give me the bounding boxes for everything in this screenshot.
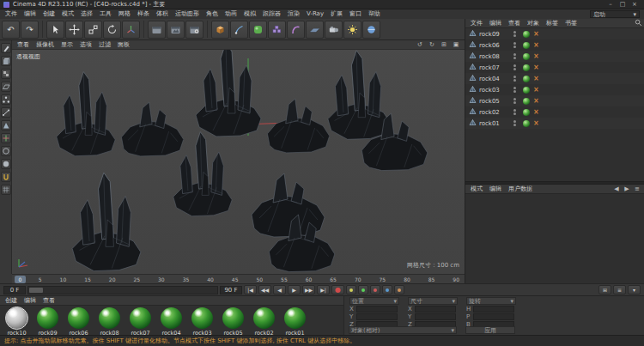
visibility-dots[interactable] [513,64,516,70]
x-tag-icon[interactable]: × [533,53,539,60]
apply-button[interactable]: 应用 [465,326,515,334]
x-tag-icon[interactable]: × [533,76,539,82]
keyframe-selection-icon[interactable]: ≡ [613,285,626,294]
view-maximize-icon[interactable]: ▣ [451,41,461,48]
object-row[interactable]: rock01 × [465,118,644,129]
menu-extensions[interactable]: 扩展 [327,9,346,19]
x-tag-icon[interactable]: × [533,31,539,38]
prev-frame-icon[interactable]: ◀ [273,285,286,294]
material-item[interactable]: rock03 [189,307,216,337]
texture-tag-icon[interactable] [523,31,530,38]
visibility-dots[interactable] [513,120,516,126]
position-x-field[interactable] [356,306,398,313]
om-menu-bookmarks[interactable]: 书签 [562,19,580,28]
material-item[interactable]: rock09 [34,307,61,337]
rotation-p-field[interactable] [473,313,514,320]
om-menu-view[interactable]: 查看 [505,19,524,28]
menu-mode[interactable]: 模式 [58,9,77,19]
visibility-dots[interactable] [513,87,516,93]
solo-single-icon[interactable] [1,159,11,169]
material-sphere[interactable] [161,307,182,329]
close-button[interactable]: × [629,0,641,9]
workplane-mode-icon[interactable] [1,185,11,195]
add-cube-icon[interactable] [211,21,229,39]
viewport-menu-cameras[interactable]: 摄像机 [33,40,58,50]
am-menu-mode[interactable]: 模式 [467,185,486,194]
viewport-menu-options[interactable]: 选项 [76,40,95,50]
viewport-menu-panel[interactable]: 面板 [114,40,133,50]
menu-window[interactable]: 窗口 [346,9,365,19]
next-key-icon[interactable]: ▶▶ [302,285,315,294]
visibility-dots[interactable] [513,42,516,48]
enable-axis-icon[interactable] [1,133,11,143]
playhead[interactable]: 0 [15,276,26,283]
object-row[interactable]: rock07 × [465,62,644,73]
rotation-h-field[interactable] [473,306,514,313]
render-view-icon[interactable] [148,21,166,39]
material-sphere[interactable] [99,307,120,329]
power-slider-handle[interactable] [29,288,43,293]
search-icon[interactable] [635,19,642,28]
goto-start-icon[interactable]: |◀ [244,285,257,294]
material-sphere[interactable] [191,307,213,329]
om-menu-edit[interactable]: 编辑 [486,19,505,28]
menu-simulate[interactable]: 模拟 [240,9,259,19]
scale-tool-icon[interactable] [84,21,102,39]
x-tag-icon[interactable]: × [533,109,539,116]
menu-render[interactable]: 渲染 [284,9,303,19]
texture-tag-icon[interactable] [523,109,530,116]
object-row[interactable]: rock02 × [465,106,644,118]
viewport-label[interactable]: 透视视图 [16,52,40,61]
om-menu-file[interactable]: 文件 [467,19,486,28]
menu-vray[interactable]: V-Ray [303,9,327,19]
layout-dropdown[interactable]: 启动 ▾ [590,10,640,18]
coordinate-system-icon[interactable] [122,21,140,39]
mm-menu-edit[interactable]: 编辑 [21,296,39,306]
workplane-icon[interactable] [1,82,11,92]
menu-help[interactable]: 帮助 [365,9,384,19]
keying-pla-icon[interactable] [394,285,404,294]
redo-icon[interactable]: ↷ [21,21,39,39]
deformer-bend-icon[interactable] [287,21,305,39]
light-icon[interactable] [343,21,361,39]
viewport-canvas[interactable] [12,50,465,274]
material-sphere[interactable] [253,307,275,329]
coordinate-mode-dropdown[interactable]: 对象(相对)▾ [349,326,457,334]
visibility-dots[interactable] [513,53,516,59]
x-tag-icon[interactable]: × [533,64,539,71]
array-generator-icon[interactable] [268,21,286,39]
material-sphere[interactable] [6,307,27,329]
menu-volume[interactable]: 体积 [153,9,172,19]
solo-off-icon[interactable] [1,146,11,156]
spline-pen-icon[interactable] [230,21,248,39]
am-menu-userdata[interactable]: 用户数据 [505,185,536,194]
am-menu-edit[interactable]: 编辑 [486,185,505,194]
material-item[interactable]: rock06 [65,307,92,337]
object-row[interactable]: rock08 × [465,51,644,62]
x-tag-icon[interactable]: × [533,42,539,49]
texture-tag-icon[interactable] [523,120,530,127]
menu-character[interactable]: 角色 [203,9,222,19]
object-row[interactable]: rock05 × [465,95,644,106]
playback-rate-icon[interactable]: ▾ [628,285,641,294]
history-forward-icon[interactable]: ▶ [622,185,632,192]
material-item[interactable]: rock08 [96,307,123,337]
menu-edit[interactable]: 编辑 [21,9,39,19]
material-sphere[interactable] [130,307,151,329]
menu-create[interactable]: 创建 [39,9,58,19]
size-header-dropdown[interactable]: 尺寸▾ [408,297,458,305]
keying-scale-icon[interactable] [358,285,368,294]
minimize-button[interactable]: – [605,0,617,9]
keying-position-icon[interactable] [346,285,356,294]
material-sphere[interactable] [222,307,244,329]
viewport-menu-filter[interactable]: 过滤 [95,40,114,50]
texture-tag-icon[interactable] [523,42,530,49]
prev-key-icon[interactable]: ◀◀ [258,285,271,294]
menu-animate[interactable]: 动画 [222,9,240,19]
enable-snap-icon[interactable] [1,172,11,182]
viewport-menu-view[interactable]: 查看 [14,40,33,50]
size-x-field[interactable] [415,306,456,313]
rotate-tool-icon[interactable] [103,21,121,39]
view-layout-icon[interactable]: ⊞ [439,41,449,48]
floor-icon[interactable] [306,21,324,39]
